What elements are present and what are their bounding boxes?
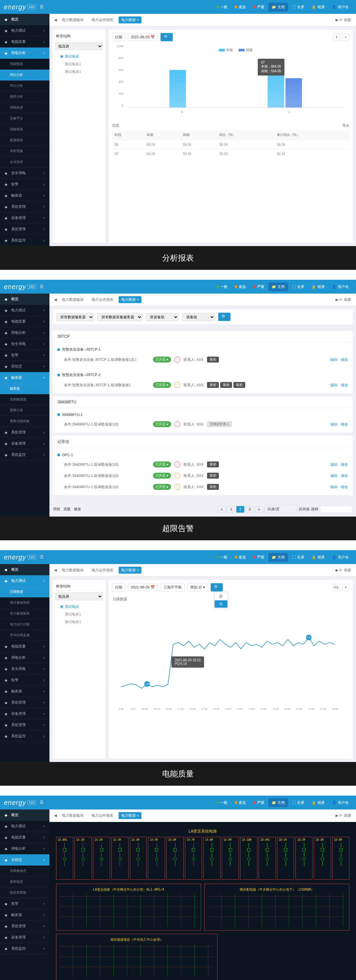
sidebar-item[interactable]: ◆告警▾ bbox=[0, 675, 49, 686]
action-edit[interactable]: 编辑 bbox=[330, 357, 337, 362]
sidebar-item[interactable]: ◆系统管理▾ bbox=[0, 921, 49, 932]
page-2[interactable]: 2 bbox=[236, 506, 244, 512]
sidebar-item[interactable]: 预警消息模板 bbox=[0, 416, 49, 427]
sidebar-item[interactable]: ◆系统管理▾ bbox=[0, 697, 49, 708]
btn-lock[interactable]: 🔒 锁屏 bbox=[308, 553, 328, 562]
sidebar-item[interactable]: ◆用电分析▾ bbox=[0, 843, 49, 854]
btn-normal[interactable]: 一般 bbox=[213, 3, 231, 11]
action-modify[interactable]: 修改 bbox=[341, 473, 348, 478]
sidebar-item[interactable]: ◆系统管理▾ bbox=[0, 224, 49, 235]
sidebar-item[interactable]: 用能报表 bbox=[0, 124, 49, 135]
sidebar-item[interactable]: ◆电力测试▾ bbox=[0, 575, 49, 587]
btn-fullscreen[interactable]: ⛶ 全屏 bbox=[289, 282, 308, 291]
date-input[interactable]: 2021-06-29 📅 bbox=[128, 33, 158, 41]
sidebar-item[interactable]: ◆设备管理▾ bbox=[0, 708, 49, 719]
sidebar-item[interactable]: 日限数据 bbox=[0, 587, 49, 597]
sidebar-item[interactable]: ◆设备管理▾ bbox=[0, 212, 49, 224]
sidebar-item[interactable]: ◆触发器▾ bbox=[0, 686, 49, 697]
action-edit[interactable]: 编辑 bbox=[330, 473, 337, 478]
device-title[interactable]: 39408RTU-1 bbox=[57, 410, 348, 418]
tree-node-child[interactable]: 测试电表1 bbox=[56, 60, 103, 68]
sidebar-item[interactable]: ◆概览 bbox=[0, 810, 49, 821]
btn-lock[interactable]: 🔒 锁屏 bbox=[308, 3, 328, 11]
bc-1[interactable]: 电力数据板块 bbox=[59, 16, 86, 24]
action-modify[interactable]: 修改 bbox=[341, 485, 348, 490]
sidebar-item[interactable]: 项目极值报表 bbox=[0, 597, 49, 608]
sidebar-item[interactable]: 用能集抄 bbox=[0, 102, 49, 113]
sidebar-item[interactable]: ◆电能质量▾ bbox=[0, 641, 49, 652]
btn-lock[interactable]: 🔒 锁屏 bbox=[308, 282, 328, 291]
btn-urgent[interactable]: 紧急 bbox=[231, 3, 249, 11]
btn-normal[interactable]: 一般 bbox=[213, 282, 231, 291]
page-next[interactable]: > bbox=[255, 506, 263, 512]
page-jump[interactable]: 跳转 bbox=[311, 507, 318, 512]
sidebar-item[interactable]: ◆触发器▾ bbox=[0, 372, 49, 383]
sidebar-item[interactable]: ◆告警▾ bbox=[0, 350, 49, 361]
btn-urgent[interactable]: 紧急 bbox=[231, 282, 249, 291]
sidebar-item[interactable]: 画布组态 bbox=[0, 877, 49, 887]
sidebar-item[interactable]: ◆电力测试▾ bbox=[0, 25, 49, 36]
sidebar-item[interactable]: 电力极值报表 bbox=[0, 608, 49, 619]
export-icon[interactable]: A集 bbox=[333, 584, 340, 591]
sidebar-item[interactable]: 平均功率监测 bbox=[0, 630, 49, 641]
btn-docs[interactable]: 📁 文档 bbox=[268, 282, 288, 291]
btn-fullscreen[interactable]: ⛶ 全屏 bbox=[289, 798, 308, 807]
sidebar-item[interactable]: ◆概览 bbox=[0, 14, 49, 25]
bc-2[interactable]: 电力运作报表 bbox=[89, 16, 116, 24]
page-jump-input[interactable] bbox=[320, 506, 353, 513]
sidebar-item[interactable]: ◆电力测试▾ bbox=[0, 821, 49, 832]
sidebar-item[interactable]: ◆设备管理▾ bbox=[0, 438, 49, 449]
btn-user[interactable]: 👤 用户名 bbox=[329, 553, 352, 562]
sidebar-item[interactable]: 预警记录 bbox=[0, 405, 49, 416]
btn-urgent[interactable]: 紧急 bbox=[231, 553, 249, 562]
sidebar-item[interactable]: ◆系统监控▾ bbox=[0, 943, 49, 954]
btn-critical[interactable]: 严重 bbox=[250, 798, 268, 807]
sidebar-item[interactable]: 组态库模板 bbox=[0, 887, 49, 898]
action-modify[interactable]: 修改 bbox=[341, 357, 348, 362]
btn-user[interactable]: 👤 用户名 bbox=[329, 798, 352, 807]
page-3[interactable]: 3 bbox=[246, 506, 253, 512]
filter-server[interactable]: 所有数据服务器 bbox=[56, 313, 94, 321]
action-edit[interactable]: 编辑 bbox=[330, 383, 337, 388]
filter-device-group[interactable]: 所设备组 bbox=[146, 313, 179, 321]
action-modify[interactable]: 修改 bbox=[341, 383, 348, 388]
breadcrumb-refresh[interactable]: ▶ ⟳ 刷新 bbox=[335, 297, 351, 302]
pg-detail[interactable]: 详细 bbox=[53, 507, 60, 512]
period-select[interactable]: 日期 bbox=[112, 583, 125, 592]
sidebar-item[interactable]: ◆应组态▾ bbox=[0, 361, 49, 372]
sidebar-item[interactable]: ◆告警▾ bbox=[0, 898, 49, 909]
sidebar-item[interactable]: ◆系统管理▾ bbox=[0, 719, 49, 731]
breadcrumb-refresh[interactable]: ▶ ⟳ 刷新 bbox=[335, 813, 351, 818]
filter-collector[interactable]: 所有数据采集服务器 bbox=[97, 313, 142, 321]
btn-docs[interactable]: 📁 文档 bbox=[268, 553, 288, 562]
sidebar-item[interactable]: ◆电力测试▾ bbox=[0, 305, 49, 316]
sidebar-item[interactable]: ◆安全用电▾ bbox=[0, 339, 49, 350]
sidebar-item[interactable]: 损耗分析 bbox=[0, 91, 49, 102]
sidebar-item[interactable]: ◆触发器▾ bbox=[0, 190, 49, 201]
sidebar-item[interactable]: 仪表板组态 bbox=[0, 865, 49, 877]
filter-device[interactable]: 设备组 bbox=[182, 313, 215, 321]
btn-lock[interactable]: 🔒 锁屏 bbox=[308, 798, 328, 807]
sidebar-item[interactable]: ◆电能质量▾ bbox=[0, 316, 49, 327]
sidebar-item[interactable]: ◆云组态▾ bbox=[0, 854, 49, 865]
menu-toggle-icon[interactable]: ☰ bbox=[40, 5, 43, 9]
btn-critical[interactable]: 严重 bbox=[250, 282, 268, 291]
pg-modify[interactable]: 修改 bbox=[74, 507, 81, 512]
sidebar-item[interactable]: 实时触发器 bbox=[0, 394, 49, 405]
device-title[interactable]: 智慧农业设备--39TCP-2 bbox=[57, 371, 348, 379]
sidebar-item[interactable]: 企业负荷 bbox=[0, 157, 49, 167]
search-button[interactable]: 🔍 bbox=[211, 583, 223, 592]
menu-toggle-icon[interactable]: ☰ bbox=[40, 284, 43, 289]
phase-select[interactable]: 三相不平衡 bbox=[161, 583, 184, 592]
tree-node-child[interactable]: 测试电表1 bbox=[56, 618, 103, 626]
device-title[interactable]: 智慧农业设备--39TCP-1 bbox=[57, 345, 348, 354]
breadcrumb-refresh[interactable]: ▶ ⟳ 刷新 bbox=[335, 18, 351, 22]
table-export[interactable]: 导出 bbox=[342, 123, 350, 128]
excel-icon[interactable]: ⬇ bbox=[342, 584, 350, 591]
tree-dropdown[interactable]: 低压房 bbox=[56, 42, 103, 50]
breadcrumb-back-icon[interactable]: ◀ bbox=[54, 813, 57, 818]
tree-node-child[interactable]: 测试电表1 bbox=[56, 611, 103, 618]
btn-docs[interactable]: 📁 文档 bbox=[268, 3, 288, 11]
btn-user[interactable]: 👤 用户名 bbox=[329, 3, 352, 11]
page-size[interactable]: 15条/页 bbox=[264, 505, 297, 513]
